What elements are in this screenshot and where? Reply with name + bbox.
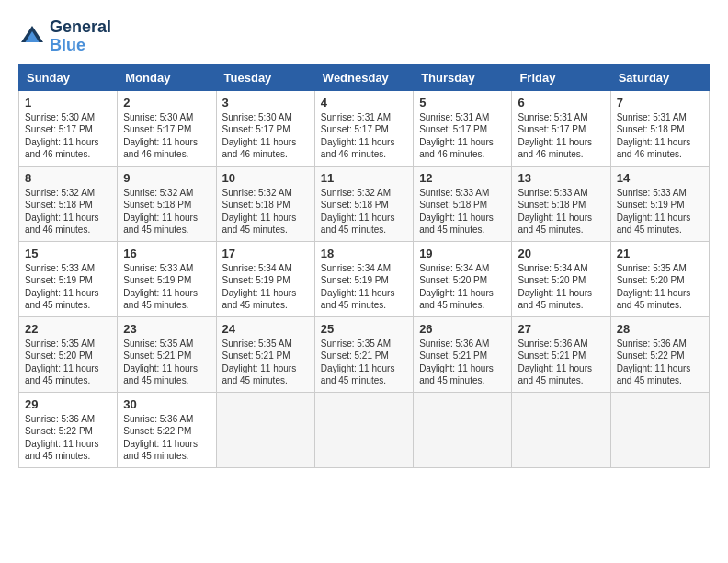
day-number: 1 — [25, 96, 111, 109]
day-cell-13: 13 Sunrise: 5:33 AM Sunset: 5:18 PM Dayl… — [512, 166, 610, 241]
weekday-header-saturday: Saturday — [610, 64, 709, 90]
day-number: 29 — [25, 397, 111, 411]
weekday-header-sunday: Sunday — [19, 64, 118, 90]
day-number: 19 — [419, 247, 506, 260]
day-info: Sunrise: 5:36 AM Sunset: 5:22 PM Dayligh… — [617, 338, 703, 387]
empty-cell — [414, 392, 512, 467]
day-info: Sunrise: 5:35 AM Sunset: 5:21 PM Dayligh… — [321, 338, 407, 387]
day-cell-5: 5 Sunrise: 5:31 AM Sunset: 5:17 PM Dayli… — [414, 90, 512, 166]
calendar: SundayMondayTuesdayWednesdayThursdayFrid… — [18, 64, 710, 468]
day-number: 21 — [617, 247, 703, 260]
day-cell-9: 9 Sunrise: 5:32 AM Sunset: 5:18 PM Dayli… — [118, 166, 216, 241]
day-number: 9 — [123, 171, 210, 185]
day-cell-3: 3 Sunrise: 5:30 AM Sunset: 5:17 PM Dayli… — [216, 90, 314, 166]
day-cell-20: 20 Sunrise: 5:34 AM Sunset: 5:20 PM Dayl… — [512, 241, 610, 316]
day-cell-25: 25 Sunrise: 5:35 AM Sunset: 5:21 PM Dayl… — [314, 316, 413, 392]
empty-cell — [512, 392, 610, 467]
day-info: Sunrise: 5:35 AM Sunset: 5:21 PM Dayligh… — [222, 338, 309, 387]
day-cell-19: 19 Sunrise: 5:34 AM Sunset: 5:20 PM Dayl… — [414, 241, 512, 316]
day-info: Sunrise: 5:31 AM Sunset: 5:17 PM Dayligh… — [321, 111, 407, 161]
day-number: 12 — [419, 171, 506, 185]
day-number: 28 — [617, 322, 703, 336]
weekday-header-friday: Friday — [512, 64, 610, 90]
day-cell-14: 14 Sunrise: 5:33 AM Sunset: 5:19 PM Dayl… — [610, 166, 709, 241]
weekday-header-wednesday: Wednesday — [314, 64, 413, 90]
day-cell-29: 29 Sunrise: 5:36 AM Sunset: 5:22 PM Dayl… — [19, 392, 118, 467]
day-info: Sunrise: 5:35 AM Sunset: 5:21 PM Dayligh… — [123, 338, 210, 387]
day-info: Sunrise: 5:34 AM Sunset: 5:19 PM Dayligh… — [321, 262, 407, 312]
day-number: 25 — [321, 322, 407, 336]
day-number: 17 — [222, 247, 309, 260]
day-cell-21: 21 Sunrise: 5:35 AM Sunset: 5:20 PM Dayl… — [610, 241, 709, 316]
logo-text: General Blue — [50, 18, 111, 55]
calendar-week-3: 15 Sunrise: 5:33 AM Sunset: 5:19 PM Dayl… — [19, 241, 710, 316]
calendar-week-4: 22 Sunrise: 5:35 AM Sunset: 5:20 PM Dayl… — [19, 316, 710, 392]
day-info: Sunrise: 5:33 AM Sunset: 5:19 PM Dayligh… — [25, 262, 111, 312]
day-cell-11: 11 Sunrise: 5:32 AM Sunset: 5:18 PM Dayl… — [314, 166, 413, 241]
day-info: Sunrise: 5:31 AM Sunset: 5:17 PM Dayligh… — [518, 111, 604, 161]
day-info: Sunrise: 5:34 AM Sunset: 5:19 PM Dayligh… — [222, 262, 309, 312]
day-info: Sunrise: 5:36 AM Sunset: 5:22 PM Dayligh… — [123, 413, 210, 463]
day-number: 20 — [518, 247, 604, 260]
day-cell-17: 17 Sunrise: 5:34 AM Sunset: 5:19 PM Dayl… — [216, 241, 314, 316]
day-number: 18 — [321, 247, 407, 260]
day-number: 27 — [518, 322, 604, 336]
day-info: Sunrise: 5:31 AM Sunset: 5:18 PM Dayligh… — [617, 111, 703, 161]
empty-cell — [610, 392, 709, 467]
day-number: 15 — [25, 247, 111, 260]
day-info: Sunrise: 5:30 AM Sunset: 5:17 PM Dayligh… — [123, 111, 210, 161]
day-info: Sunrise: 5:32 AM Sunset: 5:18 PM Dayligh… — [25, 187, 111, 236]
day-info: Sunrise: 5:32 AM Sunset: 5:18 PM Dayligh… — [321, 187, 407, 236]
day-number: 11 — [321, 171, 407, 185]
day-number: 8 — [25, 171, 111, 185]
logo-icon — [18, 23, 46, 51]
day-info: Sunrise: 5:34 AM Sunset: 5:20 PM Dayligh… — [518, 262, 604, 312]
day-cell-18: 18 Sunrise: 5:34 AM Sunset: 5:19 PM Dayl… — [314, 241, 413, 316]
day-cell-16: 16 Sunrise: 5:33 AM Sunset: 5:19 PM Dayl… — [118, 241, 216, 316]
day-info: Sunrise: 5:32 AM Sunset: 5:18 PM Dayligh… — [222, 187, 309, 236]
day-cell-8: 8 Sunrise: 5:32 AM Sunset: 5:18 PM Dayli… — [19, 166, 118, 241]
day-info: Sunrise: 5:35 AM Sunset: 5:20 PM Dayligh… — [617, 262, 703, 312]
weekday-header-monday: Monday — [118, 64, 216, 90]
day-info: Sunrise: 5:36 AM Sunset: 5:22 PM Dayligh… — [25, 413, 111, 463]
day-number: 14 — [617, 171, 703, 185]
day-number: 6 — [518, 96, 604, 109]
day-cell-6: 6 Sunrise: 5:31 AM Sunset: 5:17 PM Dayli… — [512, 90, 610, 166]
day-cell-15: 15 Sunrise: 5:33 AM Sunset: 5:19 PM Dayl… — [19, 241, 118, 316]
day-number: 23 — [123, 322, 210, 336]
day-number: 24 — [222, 322, 309, 336]
day-cell-1: 1 Sunrise: 5:30 AM Sunset: 5:17 PM Dayli… — [19, 90, 118, 166]
day-cell-22: 22 Sunrise: 5:35 AM Sunset: 5:20 PM Dayl… — [19, 316, 118, 392]
day-info: Sunrise: 5:33 AM Sunset: 5:19 PM Dayligh… — [123, 262, 210, 312]
calendar-week-2: 8 Sunrise: 5:32 AM Sunset: 5:18 PM Dayli… — [19, 166, 710, 241]
day-cell-4: 4 Sunrise: 5:31 AM Sunset: 5:17 PM Dayli… — [314, 90, 413, 166]
day-info: Sunrise: 5:30 AM Sunset: 5:17 PM Dayligh… — [222, 111, 309, 161]
day-cell-24: 24 Sunrise: 5:35 AM Sunset: 5:21 PM Dayl… — [216, 316, 314, 392]
day-cell-28: 28 Sunrise: 5:36 AM Sunset: 5:22 PM Dayl… — [610, 316, 709, 392]
calendar-header: SundayMondayTuesdayWednesdayThursdayFrid… — [19, 64, 710, 90]
day-cell-23: 23 Sunrise: 5:35 AM Sunset: 5:21 PM Dayl… — [118, 316, 216, 392]
logo: General Blue — [18, 18, 111, 55]
day-info: Sunrise: 5:36 AM Sunset: 5:21 PM Dayligh… — [419, 338, 506, 387]
day-cell-27: 27 Sunrise: 5:36 AM Sunset: 5:21 PM Dayl… — [512, 316, 610, 392]
day-number: 2 — [123, 96, 210, 109]
day-cell-12: 12 Sunrise: 5:33 AM Sunset: 5:18 PM Dayl… — [414, 166, 512, 241]
day-cell-10: 10 Sunrise: 5:32 AM Sunset: 5:18 PM Dayl… — [216, 166, 314, 241]
day-number: 10 — [222, 171, 309, 185]
day-info: Sunrise: 5:34 AM Sunset: 5:20 PM Dayligh… — [419, 262, 506, 312]
day-number: 3 — [222, 96, 309, 109]
header: General Blue — [18, 18, 710, 55]
day-info: Sunrise: 5:33 AM Sunset: 5:19 PM Dayligh… — [617, 187, 703, 236]
day-cell-7: 7 Sunrise: 5:31 AM Sunset: 5:18 PM Dayli… — [610, 90, 709, 166]
weekday-header-tuesday: Tuesday — [216, 64, 314, 90]
day-number: 26 — [419, 322, 506, 336]
day-number: 30 — [123, 397, 210, 411]
day-info: Sunrise: 5:32 AM Sunset: 5:18 PM Dayligh… — [123, 187, 210, 236]
day-info: Sunrise: 5:36 AM Sunset: 5:21 PM Dayligh… — [518, 338, 604, 387]
day-info: Sunrise: 5:35 AM Sunset: 5:20 PM Dayligh… — [25, 338, 111, 387]
empty-cell — [314, 392, 413, 467]
day-cell-30: 30 Sunrise: 5:36 AM Sunset: 5:22 PM Dayl… — [118, 392, 216, 467]
day-cell-26: 26 Sunrise: 5:36 AM Sunset: 5:21 PM Dayl… — [414, 316, 512, 392]
day-number: 5 — [419, 96, 506, 109]
day-info: Sunrise: 5:33 AM Sunset: 5:18 PM Dayligh… — [518, 187, 604, 236]
